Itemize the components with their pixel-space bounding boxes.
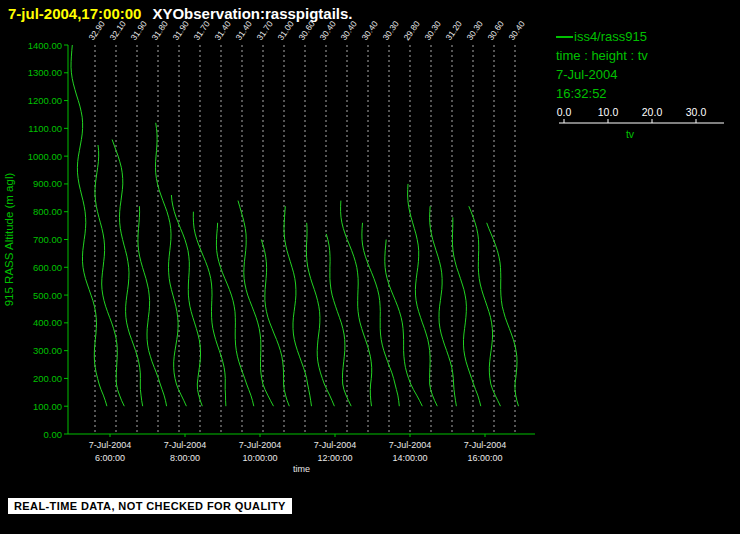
title-datetime: 7-jul-2004,17:00:00	[8, 5, 141, 22]
profile-top-label: 30.30	[422, 19, 443, 42]
y-tick-label: 200.00	[33, 373, 62, 384]
y-axis-title: 915 RASS Altitude (m agl)	[3, 173, 15, 307]
y-tick-label: 700.00	[33, 234, 62, 245]
profile-top-label: 31.90	[128, 19, 149, 42]
rass-profile-trace	[469, 206, 501, 406]
rass-profile-trace	[362, 223, 399, 406]
profile-top-label: 30.30	[464, 19, 485, 42]
profile-top-label: 30.60	[296, 19, 317, 42]
x-tick-date: 7-Jul-2004	[464, 440, 507, 450]
profile-top-label: 31.20	[443, 19, 464, 42]
y-tick-label: 100.00	[33, 401, 62, 412]
y-tick-label: 400.00	[33, 317, 62, 328]
y-tick-label: 800.00	[33, 206, 62, 217]
tv-scale-axis: 0.010.020.030.0tv	[550, 105, 740, 145]
series-line-sample-icon	[556, 36, 573, 38]
profile-top-label: 31.00	[275, 19, 296, 42]
tv-axis-label: tv	[626, 128, 635, 140]
rass-profile-trace	[261, 240, 289, 407]
y-tick-label: 1000.00	[28, 151, 62, 162]
profile-top-label: 31.70	[191, 19, 212, 42]
profile-top-label: 30.40	[506, 19, 527, 42]
legend-date: 7-Jul-2004	[556, 65, 740, 84]
rass-profile-trace	[171, 195, 202, 406]
y-tick-label: 600.00	[33, 262, 62, 273]
profile-top-label: 32.10	[107, 19, 128, 42]
x-tick-date: 7-Jul-2004	[239, 440, 282, 450]
rass-profile-trace	[156, 123, 187, 406]
legend-panel: iss4/rass915 time : height : tv 7-Jul-20…	[556, 27, 740, 145]
rass-profile-trace	[326, 234, 351, 406]
x-tick-date: 7-Jul-2004	[89, 440, 132, 450]
rass-profile-trace	[452, 217, 480, 406]
profile-top-label: 31.40	[233, 19, 254, 42]
profile-top-label: 30.30	[380, 19, 401, 42]
tv-tick-label: 20.0	[642, 106, 663, 118]
rass-profile-trace	[408, 184, 438, 406]
profile-top-label: 31.40	[212, 19, 233, 42]
quality-notice: REAL-TIME DATA, NOT CHECKED FOR QUALITY	[8, 498, 292, 514]
legend-axis-mapping: time : height : tv	[556, 46, 740, 65]
profile-top-label: 30.60	[485, 19, 506, 42]
y-tick-label: 1100.00	[28, 123, 62, 134]
rass-profile-trace	[95, 145, 124, 406]
profile-top-label: 30.40	[317, 19, 338, 42]
x-tick-time: 14:00:00	[392, 453, 427, 463]
x-tick-time: 16:00:00	[467, 453, 502, 463]
profile-top-label: 32.90	[86, 19, 107, 42]
profile-top-label: 29.80	[401, 19, 422, 42]
rass-profile-trace	[385, 240, 423, 407]
y-tick-label: 300.00	[33, 345, 62, 356]
rass-profile-trace	[138, 206, 167, 406]
x-tick-time: 8:00:00	[170, 453, 200, 463]
profile-top-label: 31.70	[254, 19, 275, 42]
x-tick-time: 10:00:00	[242, 453, 277, 463]
y-tick-label: 1200.00	[28, 95, 62, 106]
tv-tick-label: 10.0	[598, 106, 619, 118]
app-window: 0.00100.00200.00300.00400.00500.00600.00…	[0, 0, 740, 534]
legend-series-label: iss4/rass915	[574, 29, 647, 44]
x-tick-date: 7-Jul-2004	[389, 440, 432, 450]
rass-profile-trace	[487, 223, 519, 406]
x-axis-title: time	[293, 464, 310, 474]
y-tick-label: 1300.00	[28, 67, 62, 78]
profile-top-label: 30.40	[338, 19, 359, 42]
title-bar: 7-jul-2004,17:00:00XYObservation:rasspig…	[8, 5, 353, 22]
tv-tick-label: 0.0	[557, 106, 572, 118]
y-tick-label: 1400.00	[28, 40, 62, 51]
x-tick-time: 6:00:00	[95, 453, 125, 463]
rass-profile-trace	[306, 223, 334, 406]
profile-top-label: 30.40	[359, 19, 380, 42]
legend-time: 16:32:52	[556, 84, 740, 103]
y-tick-label: 0.00	[44, 429, 63, 440]
title-observation: XYObservation:rasspigtails.	[152, 5, 352, 22]
rass-profile-trace	[216, 223, 253, 406]
x-tick-time: 12:00:00	[317, 453, 352, 463]
profile-top-label: 31.90	[170, 19, 191, 42]
profile-top-label: 31.80	[149, 19, 170, 42]
x-tick-date: 7-Jul-2004	[314, 440, 357, 450]
y-tick-label: 500.00	[33, 290, 62, 301]
legend-series-row: iss4/rass915	[556, 27, 740, 46]
y-tick-label: 900.00	[33, 178, 62, 189]
rass-profile-trace	[341, 201, 372, 407]
tv-tick-label: 30.0	[686, 106, 707, 118]
x-tick-date: 7-Jul-2004	[164, 440, 207, 450]
